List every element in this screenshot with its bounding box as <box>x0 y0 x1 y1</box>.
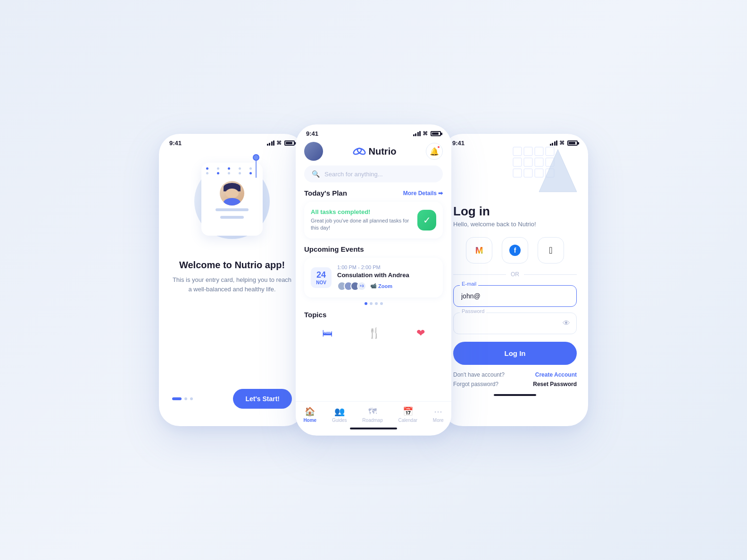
login-illustration <box>453 149 577 197</box>
google-login-button[interactable]: M <box>466 237 492 264</box>
nav-calendar[interactable]: 📅 Calendar <box>398 406 417 423</box>
facebook-login-button[interactable]: f <box>502 237 528 264</box>
status-icons-left: ⌘ <box>267 140 295 146</box>
social-login-buttons: M f  <box>453 237 577 264</box>
facebook-icon: f <box>509 245 521 256</box>
search-icon: 🔍 <box>312 170 320 178</box>
nav-home-label: Home <box>303 418 316 423</box>
login-title: Log in <box>453 204 577 219</box>
nav-roadmap[interactable]: 🗺 Roadmap <box>362 407 382 423</box>
lets-start-button[interactable]: Let's Start! <box>233 389 292 409</box>
svg-rect-7 <box>524 158 532 166</box>
event-platform: 📹 Zoom <box>370 283 392 289</box>
topics-title: Topics <box>304 311 326 319</box>
plan-status: All tasks completed! <box>311 208 417 215</box>
reset-password-link[interactable]: Reset Password <box>533 381 577 387</box>
event-name: Consulation with Andrea <box>337 272 436 279</box>
battery-center <box>431 131 441 136</box>
plan-check-icon: ✓ <box>417 210 436 231</box>
status-bar-center: 9:41 ⌘ <box>296 124 451 140</box>
calendar-icon: 📅 <box>403 406 413 417</box>
brand-name: Nutrio <box>369 146 397 157</box>
home-indicator-right <box>494 394 536 396</box>
password-input[interactable] <box>453 313 577 334</box>
time-center: 9:41 <box>306 130 318 137</box>
nav-roadmap-label: Roadmap <box>362 418 382 423</box>
nav-home[interactable]: 🏠 Home <box>303 406 316 423</box>
upcoming-events-header: Upcoming Events <box>296 245 451 258</box>
svg-rect-8 <box>535 158 543 166</box>
email-input[interactable] <box>453 285 577 307</box>
dashboard-header: Nutrio 🔔 <box>296 140 451 165</box>
bottom-nav: 🏠 Home 👥 Guides 🗺 Roadmap 📅 Calendar ⋯ <box>296 401 451 427</box>
signal-left <box>267 140 275 146</box>
event-meta: +3 📹 Zoom <box>337 281 436 291</box>
roadmap-icon: 🗺 <box>368 407 377 417</box>
bed-icon[interactable]: 🛏 <box>322 327 332 339</box>
google-icon: M <box>475 245 483 256</box>
time-right: 9:41 <box>452 140 465 147</box>
dashboard-content: Nutrio 🔔 🔍 Search for anything... Today'… <box>296 140 451 432</box>
or-divider: OR <box>453 271 577 278</box>
zoom-icon: 📹 <box>370 283 377 289</box>
welcome-illustration <box>190 154 274 248</box>
search-placeholder: Search for anything... <box>324 171 383 178</box>
event-date: 24 NOV <box>311 267 332 288</box>
email-input-group: E-mail <box>453 285 577 307</box>
search-bar[interactable]: 🔍 Search for anything... <box>304 165 443 182</box>
time-left: 9:41 <box>169 140 182 147</box>
notification-button[interactable]: 🔔 <box>426 143 443 160</box>
nav-calendar-label: Calendar <box>398 418 417 423</box>
svg-rect-2 <box>513 147 522 156</box>
calendar-pyramid-illustration <box>511 145 577 197</box>
nav-more[interactable]: ⋯ More <box>433 406 444 423</box>
event-card[interactable]: 24 NOV 1:00 PM - 2:00 PM Consulation wit… <box>304 258 443 297</box>
wifi-center: ⌘ <box>423 131 428 137</box>
apple-icon:  <box>549 245 552 256</box>
password-label: Password <box>460 308 486 314</box>
login-button[interactable]: Log In <box>453 342 577 365</box>
guides-icon: 👥 <box>334 406 345 417</box>
battery-left <box>284 140 295 146</box>
login-subtitle: Hello, welcome back to Nutrio! <box>453 221 577 228</box>
home-indicator-center <box>350 428 397 429</box>
svg-rect-4 <box>535 147 543 156</box>
pin-illustration <box>253 154 260 178</box>
email-label: E-mail <box>460 281 478 287</box>
create-account-link[interactable]: Create Account <box>535 371 577 378</box>
plan-card: All tasks completed! Great job you've do… <box>304 202 443 239</box>
arrow-circle-icon: ➡ <box>438 190 443 197</box>
welcome-bottom: Let's Start! <box>172 389 292 409</box>
event-time: 1:00 PM - 2:00 PM <box>337 264 436 270</box>
avatar-illustration <box>220 181 244 206</box>
apple-login-button[interactable]:  <box>538 237 564 264</box>
svg-marker-14 <box>539 149 577 192</box>
svg-rect-11 <box>524 169 532 177</box>
fork-icon[interactable]: 🍴 <box>368 327 381 339</box>
wifi-left: ⌘ <box>276 140 282 146</box>
welcome-title: Welcome to Nutrio app! <box>179 260 285 271</box>
carousel-dots <box>296 302 451 305</box>
topics-section: Topics 🛏 🍴 ❤ <box>296 311 451 401</box>
more-details-link[interactable]: More Details ➡ <box>403 190 443 197</box>
reset-password-row: Forgot password? Reset Password <box>453 381 577 387</box>
nav-more-label: More <box>433 418 444 423</box>
phone-welcome: 9:41 ⌘ <box>159 134 305 426</box>
nav-guides[interactable]: 👥 Guides <box>332 406 347 423</box>
notification-dot <box>437 145 440 149</box>
status-bar-left: 9:41 ⌘ <box>159 134 305 149</box>
topics-icons: 🛏 🍴 ❤ <box>304 323 443 341</box>
nav-guides-label: Guides <box>332 418 347 423</box>
user-avatar[interactable] <box>304 142 323 161</box>
more-icon: ⋯ <box>434 406 442 417</box>
eye-icon[interactable]: 👁 <box>563 319 570 328</box>
heart-icon[interactable]: ❤ <box>416 327 425 339</box>
status-icons-center: ⌘ <box>413 131 441 137</box>
login-content: Log in Hello, welcome back to Nutrio! M … <box>442 149 588 423</box>
phone-dashboard: 9:41 ⌘ <box>296 124 451 436</box>
welcome-content: Welcome to Nutrio app! This is your entr… <box>159 149 305 423</box>
phone-login: 9:41 ⌘ <box>442 134 588 426</box>
dots-indicator <box>172 397 193 400</box>
today-plan-header: Today's Plan More Details ➡ <box>296 189 451 202</box>
svg-rect-3 <box>524 147 532 156</box>
